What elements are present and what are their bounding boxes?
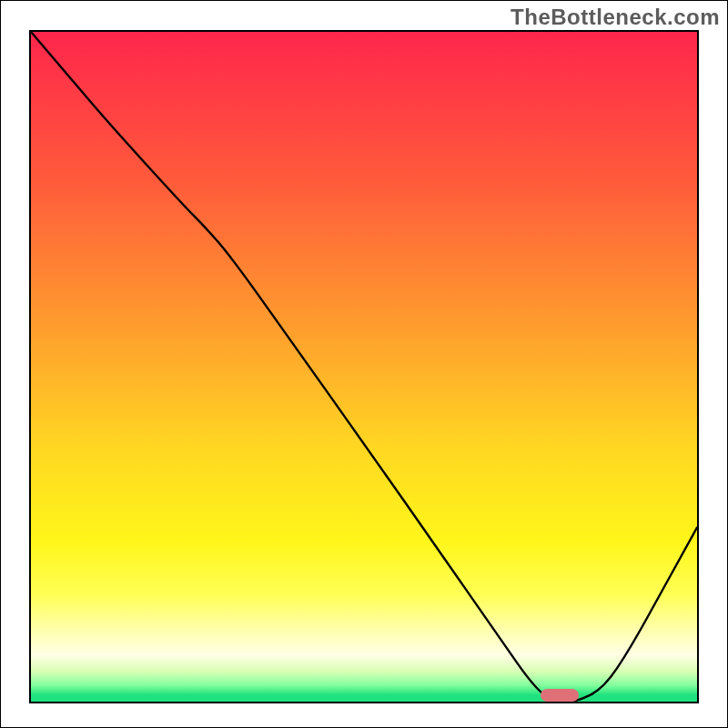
bottleneck-curve [31, 32, 697, 702]
curve-layer [31, 32, 697, 702]
plot-area [29, 30, 699, 703]
watermark-text: TheBottleneck.com [511, 5, 720, 30]
outer-frame: TheBottleneck.com [0, 0, 728, 728]
optimal-range-marker [541, 689, 579, 702]
